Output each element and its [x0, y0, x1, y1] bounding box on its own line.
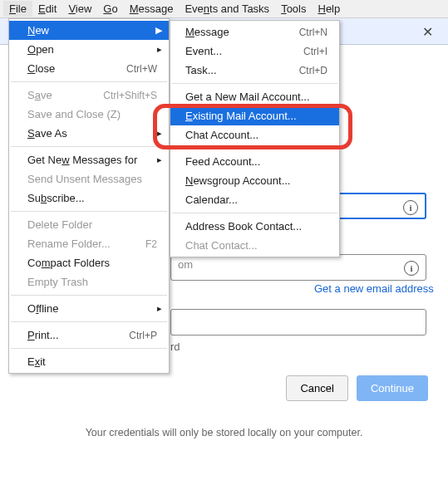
menu-separator — [11, 348, 167, 349]
file-rename-folder: Rename Folder... F2 — [9, 234, 169, 253]
get-new-email-link[interactable]: Get a new email address — [314, 282, 434, 295]
menubar: File Edit View Go Message Events and Tas… — [0, 0, 448, 18]
menu-separator — [11, 211, 167, 212]
info-icon[interactable]: i — [404, 261, 419, 276]
password-input[interactable] — [170, 309, 426, 336]
credentials-footnote: Your credentials will only be stored loc… — [0, 427, 448, 438]
menubar-view[interactable]: View — [62, 1, 97, 17]
new-calendar[interactable]: Calendar... — [170, 190, 339, 209]
continue-button[interactable]: Continue — [357, 375, 428, 401]
new-newsgroup-account[interactable]: Newsgroup Account... — [170, 171, 339, 190]
file-delete-folder: Delete Folder — [9, 215, 169, 234]
new-address-book-contact[interactable]: Address Book Contact... — [170, 217, 339, 236]
file-get-new-messages[interactable]: Get New Messages for ▸ — [9, 150, 169, 169]
new-chat-contact: Chat Contact... — [170, 236, 339, 255]
email-placeholder: om — [178, 258, 193, 271]
shortcut: Ctrl+Shift+S — [103, 90, 157, 101]
menu-separator — [11, 146, 167, 147]
menubar-edit[interactable]: Edit — [32, 1, 62, 17]
menubar-go[interactable]: Go — [97, 1, 123, 17]
tab-close-button[interactable]: ✕ — [419, 23, 436, 40]
menu-separator — [172, 213, 337, 213]
shortcut: Ctrl+W — [126, 63, 157, 75]
new-message[interactable]: Message Ctrl+N — [170, 22, 339, 42]
file-menu: New ▶ Open ▸ Close Ctrl+W Save Ctrl+Shif… — [8, 18, 170, 374]
menu-separator — [172, 83, 337, 84]
file-offline[interactable]: Offline ▸ — [9, 299, 169, 318]
menubar-events-tasks[interactable]: Events and Tasks — [179, 1, 275, 17]
shortcut: Ctrl+P — [129, 330, 157, 341]
cancel-button[interactable]: Cancel — [286, 375, 347, 401]
file-save-as[interactable]: Save As ▸ — [9, 124, 169, 143]
file-empty-trash: Empty Trash — [9, 272, 169, 291]
file-exit[interactable]: Exit — [9, 352, 169, 371]
new-existing-mail-account[interactable]: Existing Mail Account... — [170, 106, 339, 125]
menu-separator — [11, 81, 167, 82]
chevron-right-icon: ▸ — [157, 128, 162, 139]
shortcut: Ctrl+D — [299, 65, 327, 76]
file-close[interactable]: Close Ctrl+W — [9, 59, 169, 78]
file-subscribe[interactable]: Subscribe... — [9, 189, 169, 208]
new-event[interactable]: Event... Ctrl+I — [170, 42, 339, 61]
new-chat-account[interactable]: Chat Account... — [170, 125, 339, 144]
menu-separator — [11, 295, 167, 296]
menubar-file[interactable]: File — [3, 1, 32, 17]
email-input[interactable]: om i — [170, 254, 426, 281]
menubar-tools[interactable]: Tools — [275, 1, 312, 17]
shortcut: F2 — [145, 238, 157, 250]
file-open[interactable]: Open ▸ — [9, 40, 169, 59]
password-field-wrap — [170, 309, 430, 336]
menubar-message[interactable]: Message — [124, 1, 180, 17]
chevron-right-icon: ▸ — [157, 44, 162, 55]
chevron-right-icon: ▸ — [157, 303, 162, 314]
file-save-close: Save and Close (Z) — [9, 105, 169, 124]
menu-separator — [11, 321, 167, 322]
button-row: Cancel Continue — [286, 375, 428, 401]
file-compact-folders[interactable]: Compact Folders — [9, 253, 169, 272]
shortcut: Ctrl+I — [303, 46, 327, 57]
file-send-unsent: Send Unsent Messages — [9, 169, 169, 189]
file-new[interactable]: New ▶ — [9, 21, 169, 40]
file-print[interactable]: Print... Ctrl+P — [9, 326, 169, 345]
file-save: Save Ctrl+Shift+S — [9, 86, 169, 105]
menu-separator — [172, 148, 337, 149]
menubar-help[interactable]: Help — [312, 1, 346, 17]
new-task[interactable]: Task... Ctrl+D — [170, 61, 339, 80]
new-submenu: Message Ctrl+N Event... Ctrl+I Task... C… — [170, 20, 340, 257]
email-field-wrap: om i — [170, 254, 430, 281]
info-icon[interactable]: i — [403, 200, 418, 215]
chevron-right-icon: ▶ — [155, 25, 162, 36]
chevron-right-icon: ▸ — [157, 154, 162, 165]
shortcut: Ctrl+N — [299, 27, 327, 38]
new-feed-account[interactable]: Feed Account... — [170, 152, 339, 171]
new-get-mail-account[interactable]: Get a New Mail Account... — [170, 87, 339, 106]
remember-label-fragment: rd — [170, 340, 180, 353]
